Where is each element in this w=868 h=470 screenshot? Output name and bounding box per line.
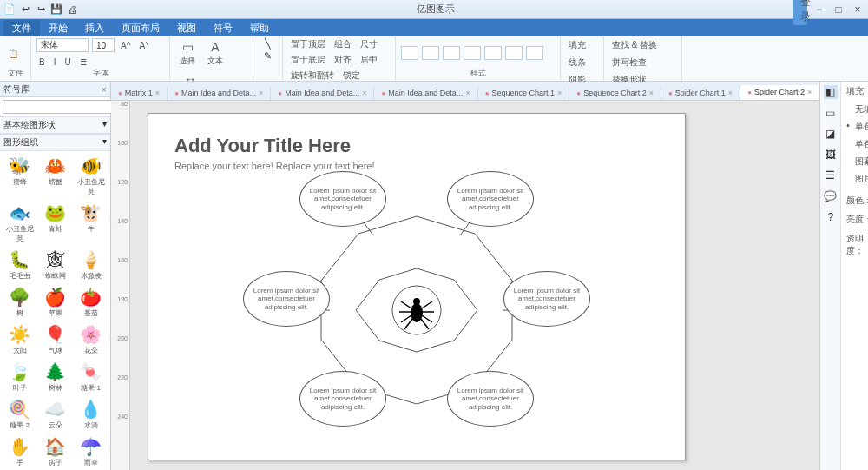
document-tab[interactable]: ●Sequence Chart 1× — [478, 86, 570, 100]
shape-item[interactable]: 🍃叶子 — [3, 361, 36, 393]
arrange-size[interactable]: 尺寸 — [358, 38, 380, 50]
shape-item[interactable]: 🍬糖果 1 — [75, 361, 108, 393]
shape-item[interactable]: 🐮牛 — [75, 202, 108, 243]
qat-save-icon[interactable]: 💾 — [50, 3, 62, 16]
page-title[interactable]: Add Your Title Here — [174, 135, 659, 157]
maximize-button[interactable]: □ — [832, 3, 845, 16]
page[interactable]: Add Your Title Here Replace your text he… — [148, 113, 686, 460]
category-basic-shapes[interactable]: 基本绘图形状▾ — [0, 116, 110, 134]
layers-tab-icon[interactable]: ☰ — [824, 169, 838, 182]
spider-node[interactable]: Lorem ipsum dolor sit amet,consectetuer … — [447, 171, 534, 227]
arrange-center[interactable]: 居中 — [358, 54, 380, 66]
shape-item[interactable]: 🎈气球 — [39, 323, 72, 355]
menu-pagelayout[interactable]: 页面布局 — [113, 20, 168, 36]
qat-undo-icon[interactable]: ↩ — [19, 3, 31, 16]
fill-picture-option[interactable]: 图片或纹理填充 — [846, 170, 868, 188]
document-tab[interactable]: ●Spider Chart 1× — [661, 86, 740, 100]
menu-view[interactable]: 视图 — [168, 20, 205, 36]
tab-close-icon[interactable]: × — [807, 88, 812, 96]
shape-item[interactable]: ✋手 — [3, 435, 36, 467]
arrange-lock[interactable]: 锁定 — [340, 70, 363, 82]
menu-start[interactable]: 开始 — [40, 20, 76, 36]
italic-button[interactable]: I — [51, 56, 59, 68]
tab-close-icon[interactable]: × — [728, 89, 733, 97]
shape-item[interactable]: 🐝蜜蜂 — [3, 155, 36, 196]
shape-item[interactable]: 🦀螃蟹 — [39, 155, 72, 196]
align-button[interactable]: ≣ — [77, 56, 89, 68]
select-tool[interactable]: ▭选择 — [175, 38, 200, 67]
shape-item[interactable]: 🐸青蛙 — [39, 202, 72, 243]
file-menu[interactable]: 文件 — [3, 20, 40, 36]
shape-item[interactable]: 🌳树 — [3, 286, 36, 318]
picture-tab-icon[interactable]: 🖼 — [824, 148, 838, 162]
comment-tab-icon[interactable]: 💬 — [824, 189, 838, 203]
tab-close-icon[interactable]: × — [362, 89, 366, 97]
shape-item[interactable]: 🐛毛毛虫 — [3, 248, 36, 281]
document-tab[interactable]: ●Main Idea and Deta...× — [168, 86, 271, 100]
underline-button[interactable]: U — [62, 56, 73, 68]
menu-symbol[interactable]: 符号 — [205, 20, 241, 36]
tab-close-icon[interactable]: × — [465, 89, 470, 97]
tab-close-icon[interactable]: × — [155, 89, 160, 97]
shape-item[interactable]: 🏠房子 — [39, 435, 72, 467]
spider-chart[interactable]: Lorem ipsum dolor sit amet,consectetuer … — [252, 180, 582, 449]
shape-pen-icon[interactable]: ✎ — [264, 50, 272, 62]
fill-gradient-option[interactable]: 单色渐变填充 — [846, 136, 868, 153]
style-thumb[interactable] — [484, 46, 502, 60]
spider-node[interactable]: Lorem ipsum dolor sit amet,consectetuer … — [299, 371, 386, 427]
font-family-select[interactable]: 宋体 — [36, 38, 89, 52]
help-tab-icon[interactable]: ? — [824, 210, 838, 224]
qat-new-icon[interactable]: 📄 — [3, 3, 16, 16]
spellcheck-button[interactable]: 拼写检查 — [609, 56, 649, 70]
shape-item[interactable]: ☁️云朵 — [39, 398, 72, 430]
tab-close-icon[interactable]: × — [259, 89, 263, 97]
find-replace-button[interactable]: 查找 & 替换 — [609, 38, 660, 52]
arrange-bottom[interactable]: 置于底层 — [288, 54, 328, 66]
shape-item[interactable]: 🕸蜘蛛网 — [39, 248, 72, 281]
shape-line-icon[interactable]: ╲ — [265, 38, 271, 50]
style-thumb[interactable] — [464, 46, 481, 60]
page-subtitle[interactable]: Replace your text here! Replace your tex… — [174, 161, 659, 171]
fill-pattern-option[interactable]: 图案填充 — [846, 153, 868, 170]
tab-close-icon[interactable]: × — [557, 89, 562, 97]
style-thumb[interactable] — [401, 46, 418, 60]
font-shrink-button[interactable]: A˅ — [136, 40, 152, 51]
minimize-button[interactable]: − — [812, 3, 826, 16]
page-viewport[interactable]: Add Your Title Here Replace your text he… — [130, 101, 819, 470]
qat-redo-icon[interactable]: ↪ — [35, 3, 47, 16]
shape-item[interactable]: 💧水滴 — [75, 398, 108, 430]
fill-solid-option[interactable]: 单色填充 — [846, 118, 868, 136]
document-tab[interactable]: ●Sequence Chart 2× — [569, 86, 661, 100]
shape-item[interactable]: 🍦冰激凌 — [75, 248, 108, 281]
font-grow-button[interactable]: A^ — [118, 40, 133, 51]
menu-insert[interactable]: 插入 — [76, 20, 113, 36]
shape-item[interactable]: ☂️雨伞 — [75, 435, 108, 467]
menu-help[interactable]: 帮助 — [241, 20, 278, 36]
font-size-select[interactable]: 10 — [92, 38, 115, 52]
fill-dropdown[interactable]: 填充 — [566, 38, 589, 52]
fill-none-option[interactable]: 无填充 — [846, 101, 868, 118]
login-button[interactable]: 登录 — [793, 0, 807, 25]
shape-item[interactable]: 🌲树林 — [39, 361, 72, 393]
arrange-align[interactable]: 对齐 — [332, 54, 354, 66]
close-button[interactable]: × — [851, 3, 865, 16]
arrange-rotate[interactable]: 旋转和翻转 — [288, 70, 337, 82]
spider-node[interactable]: Lorem ipsum dolor sit amet,consectetuer … — [447, 371, 534, 427]
document-tab[interactable]: ●Main Idea and Deta...× — [374, 86, 477, 100]
document-tab[interactable]: ●Main Idea and Deta...× — [271, 86, 374, 100]
style-thumb[interactable] — [505, 46, 523, 60]
style-thumb[interactable] — [526, 46, 543, 60]
arrange-group[interactable]: 组合 — [332, 38, 354, 50]
qat-print-icon[interactable]: 🖨 — [66, 3, 78, 16]
paste-icon[interactable]: 📋 — [5, 48, 21, 59]
shape-item[interactable]: ☀️太阳 — [3, 323, 36, 355]
tab-close-icon[interactable]: × — [649, 89, 654, 97]
shape-item[interactable]: 🍭糖果 2 — [3, 398, 36, 430]
fill-tab-icon[interactable]: ◧ — [824, 85, 838, 99]
line-tab-icon[interactable]: ▭ — [824, 106, 838, 120]
document-tab[interactable]: ●Matrix 1× — [111, 86, 168, 100]
arrange-top[interactable]: 置于顶层 — [288, 38, 328, 50]
document-tab[interactable]: ●Spider Chart 2× — [740, 85, 819, 100]
shape-search-input[interactable] — [3, 100, 120, 114]
text-tool[interactable]: A文本 — [203, 38, 227, 67]
